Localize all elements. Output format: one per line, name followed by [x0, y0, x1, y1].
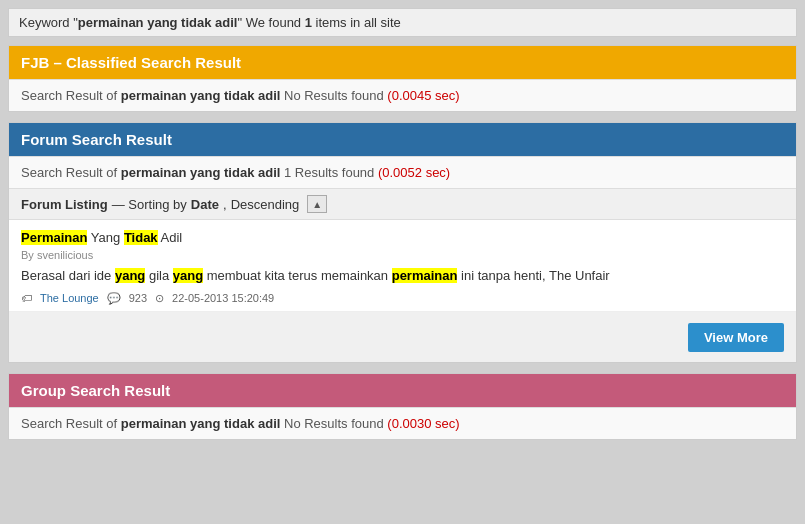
- fjb-section: FJB – Classified Search Result Search Re…: [8, 45, 797, 112]
- fjb-section-header: FJB – Classified Search Result: [9, 46, 796, 79]
- forum-result-keyword: permainan yang tidak adil: [121, 165, 281, 180]
- fjb-result-summary: Search Result of permainan yang tidak ad…: [21, 88, 460, 103]
- keyword-count: 1: [305, 15, 312, 30]
- post-title-part-4: Adil: [158, 230, 183, 245]
- excerpt-highlight-2: yang: [173, 268, 203, 283]
- forum-header-title: Forum Search Result: [21, 131, 172, 148]
- keyword-bar: Keyword "permainan yang tidak adil" We f…: [8, 8, 797, 37]
- keyword-count-suffix: items in all site: [312, 15, 401, 30]
- forum-post-item: Permainan Yang Tidak Adil By sveniliciou…: [9, 220, 796, 312]
- group-section: Group Search Result Search Result of per…: [8, 373, 797, 440]
- excerpt-part-1: Berasal dari ide: [21, 268, 115, 283]
- tag-icon: [21, 292, 32, 304]
- forum-listing-header: Forum Listing — Sorting by Date , Descen…: [9, 188, 796, 220]
- forum-result-time: (0.0052 sec): [378, 165, 450, 180]
- keyword-prefix: Keyword ": [19, 15, 78, 30]
- keyword-suffix: " We found: [237, 15, 304, 30]
- post-datetime: 22-05-2013 15:20:49: [172, 292, 274, 304]
- fjb-result-suffix: No Results found: [280, 88, 387, 103]
- forum-listing-label: Forum Listing: [21, 197, 108, 212]
- fjb-section-body: Search Result of permainan yang tidak ad…: [9, 79, 796, 111]
- post-meta: The Lounge 923 22-05-2013 15:20:49: [21, 292, 784, 305]
- group-result-time: (0.0030 sec): [387, 416, 459, 431]
- forum-sort-label: — Sorting by: [112, 197, 187, 212]
- group-section-body: Search Result of permainan yang tidak ad…: [9, 407, 796, 439]
- post-author-text: By svenilicious: [21, 249, 93, 261]
- excerpt-highlight-1: yang: [115, 268, 145, 283]
- fjb-result-prefix: Search Result of: [21, 88, 121, 103]
- forum-result-prefix: Search Result of: [21, 165, 121, 180]
- fjb-result-keyword: permainan yang tidak adil: [121, 88, 281, 103]
- fjb-header-title: FJB – Classified Search Result: [21, 54, 241, 71]
- forum-section: Forum Search Result Search Result of per…: [8, 122, 797, 363]
- post-tag-link[interactable]: The Lounge: [40, 292, 99, 304]
- group-section-header: Group Search Result: [9, 374, 796, 407]
- forum-result-summary: Search Result of permainan yang tidak ad…: [21, 165, 450, 180]
- post-title: Permainan Yang Tidak Adil: [21, 230, 784, 245]
- post-title-part-3: Tidak: [124, 230, 158, 245]
- time-icon: [155, 292, 164, 305]
- group-result-prefix: Search Result of: [21, 416, 121, 431]
- post-comment-count: 923: [129, 292, 147, 304]
- forum-sort-by: Date: [191, 197, 219, 212]
- post-title-part-2: Yang: [87, 230, 123, 245]
- sort-toggle-button[interactable]: ▲: [307, 195, 327, 213]
- post-excerpt: Berasal dari ide yang gila yang membuat …: [21, 266, 784, 286]
- excerpt-part-4: ini tanpa henti, The Unfair: [457, 268, 609, 283]
- post-title-part-1: Permainan: [21, 230, 87, 245]
- page-wrapper: Keyword "permainan yang tidak adil" We f…: [0, 0, 805, 458]
- group-result-keyword: permainan yang tidak adil: [121, 416, 281, 431]
- post-author: By svenilicious: [21, 249, 784, 261]
- excerpt-part-2: gila: [145, 268, 172, 283]
- view-more-area: View More: [9, 312, 796, 362]
- forum-section-body: Search Result of permainan yang tidak ad…: [9, 156, 796, 188]
- keyword-text: permainan yang tidak adil: [78, 15, 238, 30]
- view-more-button[interactable]: View More: [688, 323, 784, 352]
- forum-result-suffix: 1 Results found: [280, 165, 378, 180]
- group-header-title: Group Search Result: [21, 382, 170, 399]
- excerpt-part-3: membuat kita terus memainkan: [203, 268, 392, 283]
- forum-sort-comma: ,: [223, 197, 227, 212]
- forum-sort-order: Descending: [231, 197, 300, 212]
- group-result-summary: Search Result of permainan yang tidak ad…: [21, 416, 460, 431]
- group-result-suffix: No Results found: [280, 416, 387, 431]
- fjb-result-time: (0.0045 sec): [387, 88, 459, 103]
- forum-section-header: Forum Search Result: [9, 123, 796, 156]
- comment-icon: [107, 292, 121, 305]
- excerpt-highlight-3: permainan: [392, 268, 458, 283]
